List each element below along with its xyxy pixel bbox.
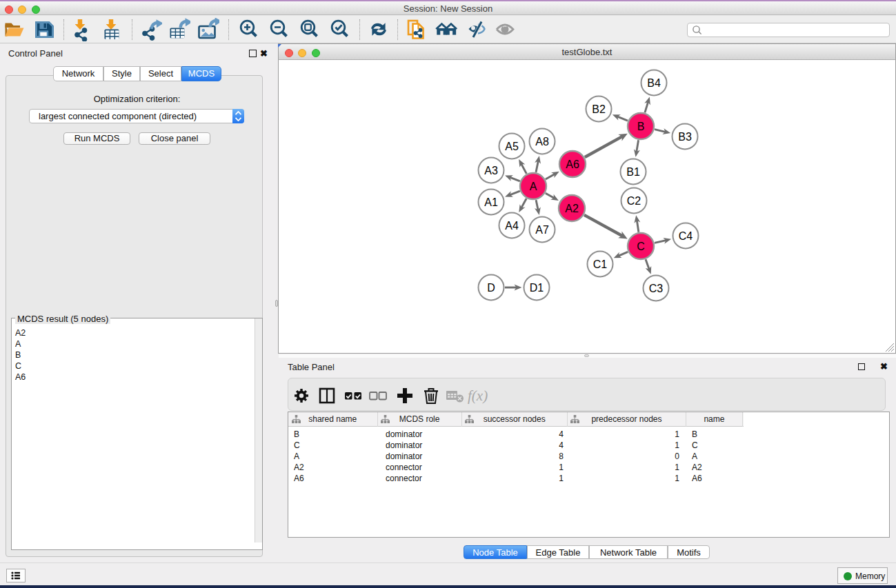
svg-text:D1: D1	[530, 282, 544, 294]
svg-text:C2: C2	[627, 195, 641, 207]
svg-text:B4: B4	[647, 77, 661, 89]
svg-text:C4: C4	[679, 230, 693, 242]
svg-text:A7: A7	[535, 224, 549, 236]
svg-text:A4: A4	[505, 220, 519, 232]
svg-text:f(x): f(x)	[468, 387, 488, 404]
svg-text:D: D	[487, 282, 495, 294]
svg-text:C3: C3	[649, 283, 664, 294]
svg-text:A8: A8	[535, 136, 549, 148]
svg-text:A1: A1	[484, 196, 498, 208]
svg-text:A5: A5	[505, 141, 519, 152]
svg-text:B1: B1	[626, 166, 640, 178]
svg-text:C: C	[637, 241, 645, 252]
svg-text:B3: B3	[678, 131, 692, 143]
svg-text:A6: A6	[566, 159, 579, 170]
svg-text:B2: B2	[592, 103, 606, 115]
svg-text:C1: C1	[593, 258, 608, 270]
svg-text:A: A	[530, 181, 537, 192]
svg-text:A2: A2	[565, 203, 579, 214]
svg-text:A3: A3	[484, 165, 498, 176]
svg-text:B: B	[637, 121, 645, 132]
